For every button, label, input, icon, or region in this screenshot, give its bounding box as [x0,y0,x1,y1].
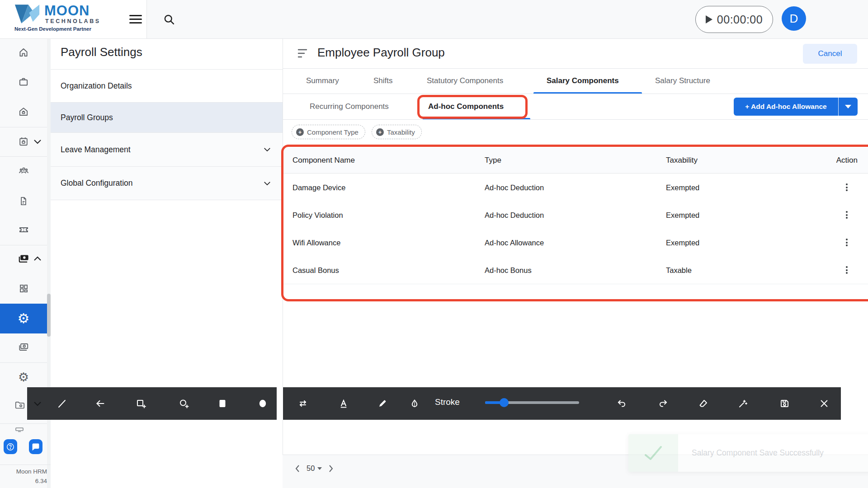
next-page-icon[interactable] [328,465,334,473]
save-icon[interactable] [775,394,793,413]
rail-divider [0,465,51,465]
toast-success-icon-wrap [628,434,678,472]
sidebar-item-dashboard[interactable] [0,276,47,301]
sort-icon[interactable] [297,48,309,58]
subtab-adhoc-components[interactable]: Ad-hoc Components [428,94,504,119]
tab-statutory-components[interactable]: Statutory Components [427,68,503,94]
feedback-button[interactable] [29,439,42,454]
help-icon [6,442,15,451]
table-row[interactable]: Policy Violation Ad-hoc Deduction Exempt… [283,201,868,229]
payments-outline-icon [18,341,29,353]
sidebar-item-home[interactable] [0,40,47,65]
filled-circle-tool-icon[interactable] [254,394,272,413]
sidebar-item-payroll-settings-selected[interactable]: ⚙ [0,304,47,333]
table-row[interactable]: Casual Bonus Ad-hoc Bonus Taxable [283,256,868,284]
logo-tagline: Next-Gen Development Partner [14,26,91,32]
sidebar-item-work[interactable] [0,69,47,94]
timer-widget[interactable]: 00:00:00 [695,6,773,33]
page-size-value: 50 [307,464,315,473]
rail-help-group [4,439,42,454]
toast-notification: Salary Component Save Successfully [628,434,868,472]
plus-icon: + [296,128,304,136]
sidebar-item-leave-management[interactable]: Leave Management [51,132,283,166]
app-version-label: 6.34 [2,478,47,484]
add-adhoc-allowance-label[interactable]: + Add Ad-hoc Allowance [734,98,838,116]
groups-icon [18,164,30,177]
circle-add-tool-icon[interactable] [175,394,193,413]
cell-type: Ad-hoc Deduction [485,211,544,219]
table-row[interactable]: Damage Device Ad-hoc Deduction Exempted [283,174,868,202]
row-actions-menu-icon[interactable] [842,264,852,276]
play-icon[interactable] [706,15,712,23]
magic-wand-icon[interactable] [734,394,752,413]
add-adhoc-dropdown-toggle[interactable] [839,98,858,116]
add-adhoc-allowance-button[interactable]: + Add Ad-hoc Allowance [734,98,858,116]
sidebar-item-tickets[interactable] [0,217,47,242]
app-window: MOON TECHNOLABS Next-Gen Development Par… [0,0,868,488]
document-icon [18,195,29,207]
sidebar-item-employees[interactable] [0,158,47,183]
arrow-tool-icon[interactable] [91,394,109,413]
briefcase-icon [18,76,29,88]
text-tool-icon[interactable] [335,394,353,413]
sidebar-item-global-configuration[interactable]: Global Configuration [51,166,283,200]
rail-divider [0,362,47,363]
tab-summary[interactable]: Summary [306,68,339,94]
caret-down-icon [317,467,322,470]
tab-salary-components[interactable]: Salary Components [547,68,619,94]
undo-icon[interactable] [613,394,631,413]
rail-scrollbar-track[interactable] [47,39,51,488]
redo-icon[interactable] [654,394,672,413]
rail-divider [0,156,47,157]
pagination: 50 [295,464,334,473]
timer-value: 00:00:00 [717,13,763,26]
tab-shifts[interactable]: Shifts [373,68,393,94]
tab-salary-structure[interactable]: Salary Structure [655,68,710,94]
home-work-icon [18,106,29,117]
cell-taxability: Taxable [666,266,692,274]
row-actions-menu-icon[interactable] [842,209,852,221]
menu-icon[interactable] [129,15,142,23]
cancel-button[interactable]: Cancel [803,44,857,64]
sidebar-item-payroll-groups[interactable]: Payroll Groups [51,102,283,132]
sidebar-item-leave-calendar[interactable] [0,129,47,154]
page-size-select[interactable]: 50 [307,464,322,473]
sidebar-item-payroll[interactable] [0,246,47,271]
folder-settings-icon[interactable] [14,399,26,411]
sidebar-item-settings[interactable]: ⚙ [0,365,47,390]
swap-arrows-tool-icon[interactable] [294,394,312,413]
stroke-slider-thumb[interactable] [500,398,509,407]
table-row[interactable]: Wifi Allowance Ad-hoc Allowance Exempted [283,229,868,257]
previous-page-icon[interactable] [295,465,300,473]
subtab-recurring-components[interactable]: Recurring Components [310,94,389,119]
row-actions-menu-icon[interactable] [842,237,852,249]
blur-drop-tool-icon[interactable] [406,394,424,413]
close-icon[interactable] [815,394,833,413]
eraser-icon[interactable] [694,394,712,413]
panel-gap [277,387,283,420]
filled-rectangle-tool-icon[interactable] [213,394,231,413]
avatar[interactable]: D [782,6,806,31]
filter-chip-component-type[interactable]: + Component Type [292,125,365,139]
filter-chip-taxability[interactable]: + Taxability [372,125,422,139]
pen-tool-icon[interactable] [373,394,392,413]
sidebar-item-documents[interactable] [0,188,47,214]
rail-divider [0,127,47,127]
plus-icon: + [376,128,384,136]
settings-icon: ⚙ [18,371,29,384]
search-icon[interactable] [163,13,175,26]
help-button[interactable] [4,439,17,454]
rectangle-add-tool-icon[interactable] [132,394,150,413]
rail-scrollbar-thumb[interactable] [47,294,51,337]
chevron-down-icon [33,401,42,406]
row-actions-menu-icon[interactable] [842,182,852,193]
logo-brand-text: MOON [44,3,90,19]
line-tool-icon[interactable] [53,394,71,413]
sidebar-item-organization-details[interactable]: Organization Details [51,69,283,102]
sidebar-item-payments[interactable] [0,334,47,360]
payments-icon [18,253,30,265]
stroke-label: Stroke [435,397,460,407]
home-icon [18,47,29,58]
sidebar-item-home-work[interactable] [0,99,47,124]
checkmark-icon [643,445,664,461]
